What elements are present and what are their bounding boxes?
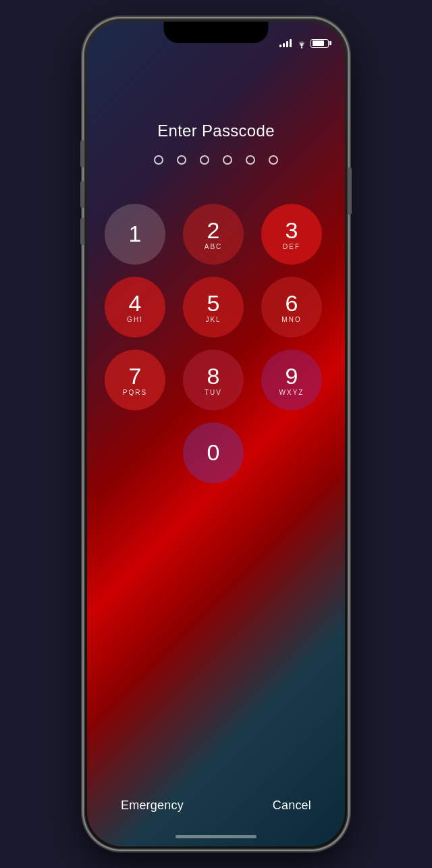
key-0[interactable]: 0 [183, 423, 244, 483]
battery-icon [310, 39, 329, 48]
passcode-dot-1 [154, 155, 163, 165]
passcode-dot-5 [246, 155, 255, 165]
cancel-button[interactable]: Cancel [273, 798, 311, 813]
passcode-dot-6 [269, 155, 278, 165]
bottom-bar: Emergency Cancel [87, 798, 345, 813]
passcode-dots [154, 155, 278, 165]
keypad: 1 2 ABC 3 DEF 4 GHI 5 JKL 6 MNO [105, 204, 327, 483]
key-6[interactable]: 6 MNO [261, 277, 322, 337]
key-5[interactable]: 5 JKL [183, 277, 244, 337]
passcode-dot-3 [200, 155, 209, 165]
signal-icon [279, 39, 292, 47]
passcode-dot-2 [177, 155, 186, 165]
svg-point-0 [301, 47, 302, 49]
phone-frame: Enter Passcode 1 2 ABC 3 DEF [84, 19, 348, 849]
passcode-title: Enter Passcode [157, 121, 275, 140]
key-2[interactable]: 2 ABC [183, 204, 244, 265]
key-7[interactable]: 7 PQRS [105, 350, 165, 410]
home-indicator [176, 835, 256, 838]
status-icons [279, 39, 329, 48]
phone-screen: Enter Passcode 1 2 ABC 3 DEF [87, 22, 345, 846]
notch [164, 22, 269, 43]
key-8[interactable]: 8 TUV [183, 350, 244, 410]
wifi-icon [296, 39, 306, 47]
key-3[interactable]: 3 DEF [261, 204, 322, 265]
key-1[interactable]: 1 [105, 204, 165, 265]
key-4[interactable]: 4 GHI [105, 277, 165, 337]
emergency-button[interactable]: Emergency [121, 798, 184, 813]
passcode-dot-4 [223, 155, 232, 165]
key-9[interactable]: 9 WXYZ [261, 350, 322, 410]
